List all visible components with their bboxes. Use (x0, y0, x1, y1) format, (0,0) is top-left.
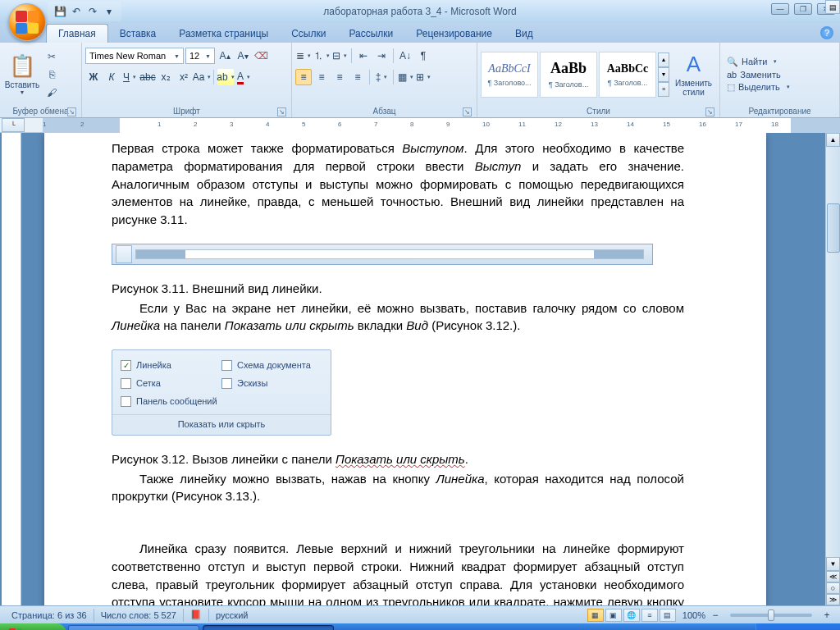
help-icon[interactable]: ? (820, 26, 833, 39)
font-group-label: Шрифт (173, 107, 200, 116)
numbering-icon[interactable]: ⒈▾ (313, 48, 330, 64)
bold-icon[interactable]: Ж (85, 69, 102, 85)
borders-icon[interactable]: ⊞▾ (415, 69, 431, 85)
styles-scroll-down[interactable]: ▼ (658, 67, 669, 82)
format-painter-icon[interactable]: 🖌 (43, 84, 61, 101)
view-outline[interactable]: ≡ (641, 609, 658, 622)
system-tray: RU ‹ K 19:08 (756, 623, 840, 630)
panel-ruler-checkbox: ✓Линейка (121, 357, 221, 375)
undo-icon[interactable]: ↶ (69, 4, 84, 19)
document-viewport[interactable]: Первая строка может также форматироватьс… (21, 133, 840, 605)
styles-expand[interactable]: ≡ (658, 82, 669, 97)
restore-button[interactable]: ❐ (794, 3, 812, 15)
taskbar: пуск ⊞Total Commander 6.5... Wлабораторн… (0, 623, 840, 630)
align-left-icon[interactable]: ≡ (295, 69, 312, 85)
tab-mailings[interactable]: Рассылки (337, 25, 404, 43)
scroll-down-button[interactable]: ▼ (826, 557, 840, 571)
style-heading1[interactable]: AaBbCcI ¶ Заголово... (481, 52, 538, 98)
zoom-out-button[interactable]: − (707, 607, 724, 623)
multilevel-icon[interactable]: ⊟▾ (331, 48, 348, 64)
style-heading2[interactable]: AaBb ¶ Заголов... (540, 52, 597, 98)
styles-scroll-up[interactable]: ▲ (658, 52, 669, 67)
ribbon: 📋 Вставить ▼ ✂ ⎘ 🖌 Буфер обмена↘ Times N… (0, 43, 840, 118)
tab-references[interactable]: Ссылки (280, 25, 337, 43)
align-center-icon[interactable]: ≡ (313, 69, 330, 85)
status-words[interactable]: Число слов: 5 527 (94, 610, 183, 620)
justify-icon[interactable]: ≡ (349, 69, 366, 85)
view-draft[interactable]: ▤ (660, 609, 676, 622)
outdent-icon[interactable]: ⇤ (355, 48, 372, 64)
change-styles-button[interactable]: A Изменить стили (671, 47, 716, 103)
subscript-icon[interactable]: x₂ (158, 69, 174, 85)
indent-icon[interactable]: ⇥ (373, 48, 390, 64)
replace-button[interactable]: abЗаменить (724, 69, 793, 80)
view-full-screen[interactable]: ▣ (605, 609, 622, 622)
find-button[interactable]: 🔍Найти▾ (724, 56, 793, 68)
paste-button[interactable]: 📋 Вставить ▼ (3, 47, 41, 103)
scroll-thumb[interactable] (827, 203, 840, 253)
style-heading3[interactable]: AaBbCc ¶ Заголов... (599, 52, 656, 98)
font-color-icon[interactable]: A▾ (235, 69, 252, 85)
tab-home[interactable]: Главная (46, 24, 108, 43)
taskbar-word[interactable]: Wлабораторная рабо... (203, 625, 334, 630)
vertical-scrollbar[interactable]: ▲ ▼ ≪ ○ ≫ (825, 133, 840, 605)
next-page-button[interactable]: ≫ (826, 594, 840, 605)
zoom-in-button[interactable]: + (819, 607, 835, 623)
panel-title: Показать или скрыть (112, 414, 331, 435)
scroll-up-button[interactable]: ▲ (826, 133, 840, 147)
office-button[interactable] (8, 3, 46, 41)
grow-font-icon[interactable]: A▴ (217, 48, 233, 64)
underline-icon[interactable]: Ч▾ (121, 69, 138, 85)
ruler-toggle-button[interactable]: ▤ (825, 0, 840, 14)
bullets-icon[interactable]: ≣▾ (295, 48, 312, 64)
paragraph-launcher[interactable]: ↘ (463, 107, 472, 116)
tab-insert[interactable]: Вставка (108, 25, 168, 43)
tab-review[interactable]: Рецензирование (404, 25, 504, 43)
zoom-slider[interactable] (730, 614, 812, 617)
select-button[interactable]: ⬚Выделить▾ (724, 81, 793, 94)
align-right-icon[interactable]: ≡ (331, 69, 348, 85)
font-size-combo[interactable]: 12▼ (185, 48, 215, 64)
vertical-ruler[interactable] (2, 133, 21, 605)
qat-customize-icon[interactable]: ▾ (102, 4, 116, 19)
shrink-font-icon[interactable]: A▾ (235, 48, 251, 64)
copy-icon[interactable]: ⎘ (43, 66, 61, 83)
font-name-combo[interactable]: Times New Roman▼ (85, 48, 184, 64)
line-spacing-icon[interactable]: ‡▾ (373, 69, 390, 85)
change-case-icon[interactable]: Aa▾ (194, 69, 210, 85)
zoom-thumb[interactable] (768, 609, 774, 621)
sort-icon[interactable]: A↓ (397, 48, 413, 64)
figure-tab-selector (116, 245, 132, 263)
change-styles-icon: A (687, 52, 701, 77)
show-marks-icon[interactable]: ¶ (415, 48, 431, 64)
redo-icon[interactable]: ↷ (85, 4, 100, 19)
italic-icon[interactable]: К (103, 69, 120, 85)
highlight-icon[interactable]: ab▾ (217, 69, 234, 85)
prev-page-button[interactable]: ≪ (826, 571, 840, 582)
font-launcher[interactable]: ↘ (277, 107, 286, 116)
tab-layout[interactable]: Разметка страницы (167, 25, 280, 43)
shading-icon[interactable]: ▦▾ (397, 69, 413, 85)
save-icon[interactable]: 💾 (52, 4, 67, 19)
minimize-button[interactable]: — (771, 3, 789, 15)
status-bar: Страница: 6 из 36 Число слов: 5 527 📕 ру… (0, 605, 840, 623)
strike-icon[interactable]: abc (139, 69, 156, 85)
status-proofing-icon[interactable]: 📕 (184, 609, 208, 620)
clear-format-icon[interactable]: ⌫ (253, 48, 269, 64)
panel-grid-checkbox: Сетка (121, 375, 221, 393)
status-language[interactable]: русский (209, 610, 254, 620)
browse-object-button[interactable]: ○ (826, 582, 840, 594)
horizontal-ruler[interactable]: 2 1 1 2 3 4 5 6 7 8 9 10 11 12 13 14 15 … (43, 118, 840, 133)
view-print-layout[interactable]: ▦ (587, 609, 604, 622)
start-button[interactable]: пуск (0, 623, 66, 630)
status-page[interactable]: Страница: 6 из 36 (5, 610, 94, 620)
view-web[interactable]: 🌐 (623, 609, 640, 622)
tab-view[interactable]: Вид (504, 25, 545, 43)
clipboard-launcher[interactable]: ↘ (67, 107, 76, 116)
superscript-icon[interactable]: x² (176, 69, 192, 85)
cut-icon[interactable]: ✂ (43, 48, 61, 65)
zoom-level[interactable]: 100% (682, 610, 705, 620)
styles-launcher[interactable]: ↘ (705, 107, 714, 116)
tab-selector[interactable]: └ (2, 118, 25, 132)
taskbar-total-commander[interactable]: ⊞Total Commander 6.5... (68, 625, 199, 630)
